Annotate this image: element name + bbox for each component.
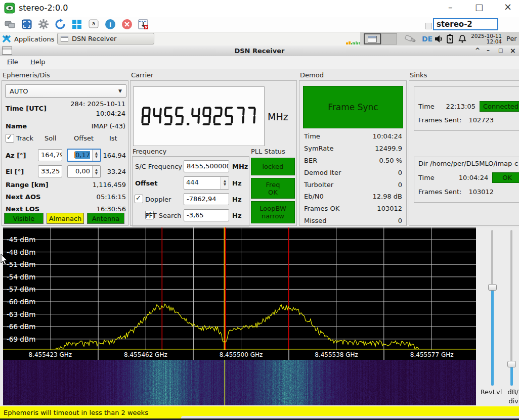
sc-frequency-input[interactable]: 8455,500000 [184,160,229,172]
almanach-button[interactable]: Almanach [47,213,84,224]
waterfall-display[interactable] [3,360,479,405]
doppler-input[interactable]: -7862,94 [184,193,229,205]
connection-icon[interactable] [4,18,16,30]
offset-label: Offset [135,179,157,187]
carrier-lcd-display [133,86,265,146]
range-label: Range [km] [6,181,49,189]
el-offset-spinbox[interactable]: 0,00 [67,165,101,178]
az-offset-spinbox[interactable]: 0,17 [67,149,101,162]
vnc-app-icon [4,3,15,14]
pager-window-icon [368,36,377,42]
demod-row: SymRate12499.9 [303,143,403,155]
fullscreen-icon[interactable] [21,18,33,30]
host-filter-input[interactable]: stereo-2 [433,18,498,30]
el-soll-input[interactable]: 33,25 [38,165,62,177]
dsn-minimize-button[interactable] [487,47,490,54]
fft-search-input[interactable]: -3,65 [184,209,229,221]
host-titlebar: stereo-2:0.0 [0,0,519,17]
host-maximize-button[interactable] [475,2,483,12]
demod-row-value: 103012 [377,205,402,212]
demod-row-label: Time [304,132,320,140]
spinner-arrows-icon[interactable] [92,150,100,161]
volume-icon[interactable] [434,34,444,43]
workspace-pager-active[interactable] [364,33,381,44]
battery-icon[interactable] [446,34,454,44]
time-utc-value-line1: 284: 2025-10-11 [47,100,125,108]
host-close-button[interactable] [504,1,512,12]
az-offset-value: 0,17 [75,151,90,159]
track-checkbox[interactable] [6,134,14,143]
refresh-icon[interactable] [54,18,66,30]
x-axis-tick-label: 8.455538 GHz [289,350,385,360]
dsn-shade-button[interactable] [475,47,480,54]
clipboard-transfer-icon[interactable] [138,18,150,30]
offset-unit: Hz [232,179,241,187]
alt-key-icon[interactable]: a [88,18,100,30]
demod-row: Eb/N012.98 dB [303,191,403,203]
notification-bell-icon[interactable] [458,34,467,43]
taskbar-button-dsn-receiver[interactable]: DSN Receiver [57,33,154,44]
az-label: Az [°] [6,152,26,159]
offset-spinbox[interactable]: 444 [184,176,229,190]
demod-row-label: Eb/N0 [304,193,324,200]
applications-label: Applications [14,35,54,43]
sink-time-label: Time [418,103,442,110]
demod-row-label: SymRate [304,145,333,152]
next-los-value: 16:30:56 [62,205,126,213]
info-icon[interactable]: i [104,18,116,30]
menu-help[interactable]: Help [25,56,51,68]
ephemeris-mode-select[interactable]: AUTO [5,84,126,98]
az-soll-input[interactable]: 164,79 [38,149,62,161]
svg-text:a: a [92,21,95,26]
panel-user-label: Per [506,35,517,42]
usb-device-icon[interactable] [404,34,417,44]
windows-key-icon[interactable] [71,18,83,30]
options-gear-icon[interactable] [37,18,50,30]
x-axis-tick-label: 8.455462 GHz [99,350,194,360]
spectrum-plot[interactable]: -45 dBm-48 dBm-51 dBm-54 dBm-57 dBm-60 d… [3,227,479,350]
panel-clock[interactable]: 2025-10-11 12:04 [469,33,502,44]
el-ist-value: 33.24 [103,168,126,175]
spinner-arrows-icon[interactable] [221,177,229,189]
az-ist-value: 164.94 [103,152,126,159]
revlvl-slider-handle[interactable] [488,284,497,291]
applications-button[interactable]: Applications [2,32,60,45]
chevron-down-icon [118,88,122,94]
column-header-ist: Ist [109,134,117,142]
sink-frames-label: Frames Sent: [418,116,461,124]
demod-row-label: Missed [304,217,327,224]
x-axis-tick-label: 8.455500 GHz [194,350,289,360]
dsn-window-title: DSN Receiver [0,47,519,55]
dsn-close-button[interactable] [510,46,516,55]
disconnect-icon[interactable] [121,18,133,30]
y-axis-tick-label: -54 dBm [7,273,35,281]
y-axis-tick-label: -45 dBm [7,236,35,244]
task-button-label: DSN Receiver [72,35,116,42]
column-header-offset: Offset [74,134,94,142]
pll-loopbw-indicator: LoopBW narrow [251,201,295,223]
menu-file[interactable]: File [2,56,23,68]
demod-title: Demod [300,71,324,79]
host-minimize-button[interactable] [448,2,453,12]
system-load-monitor[interactable] [346,40,361,44]
track-label: Track [16,134,33,142]
doppler-checkbox[interactable] [135,195,143,203]
sinks-groupbox: Sinks Time 22:13:05 Connected Frames Sen… [409,71,519,226]
y-axis-tick-label: -48 dBm [7,248,35,256]
spinner-arrows-icon[interactable] [92,166,100,177]
dsn-maximize-button[interactable] [498,48,503,53]
fft-search-unit: Hz [232,212,241,219]
visible-indicator-button[interactable]: Visible [4,213,44,224]
fft-search-label: FFT Search [145,212,181,219]
workspace-pager-2[interactable] [381,33,397,44]
antenna-button[interactable]: Antenna [87,213,124,224]
xfce-logo-icon [2,35,11,43]
dsn-window-titlebar[interactable]: DSN Receiver [0,45,519,57]
next-los-label: Next LOS [6,205,39,213]
window-icon [61,36,68,42]
dbdiv-slider-handle[interactable] [507,361,516,367]
keyboard-layout-indicator[interactable]: DE [422,35,433,43]
dsn-main-panels: Ephemeris/Dish AUTO Time [UTC] 284: 2025… [0,69,519,227]
host-filter-checkbox[interactable] [425,23,432,29]
doppler-unit: Hz [232,196,241,203]
